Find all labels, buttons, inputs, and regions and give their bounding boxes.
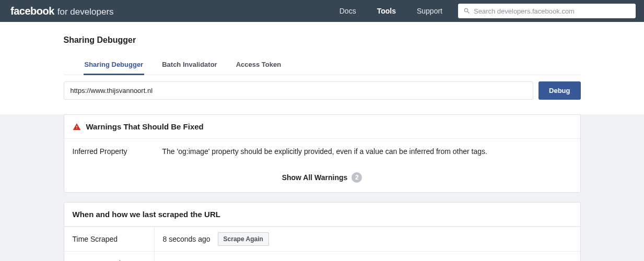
search-icon [463, 7, 471, 15]
scrape-again-button[interactable]: Scrape Again [218, 232, 269, 246]
nav-tools[interactable]: Tools [377, 7, 396, 15]
show-all-warnings[interactable]: Show All Warnings 2 [64, 164, 580, 192]
results-area: Warnings That Should Be Fixed Inferred P… [0, 114, 644, 261]
search-input[interactable] [458, 4, 636, 18]
response-code-label: Response Code [64, 252, 154, 261]
warning-row-value: The 'og:image' property should be explic… [162, 147, 572, 156]
nav-links: Docs Tools Support [339, 7, 442, 15]
url-row: Debug [64, 81, 581, 100]
time-scraped-row: Time Scraped 8 seconds ago Scrape Again [64, 227, 580, 251]
url-input[interactable] [64, 81, 534, 100]
warning-row: Inferred Property The 'og:image' propert… [64, 139, 580, 164]
warnings-header: Warnings That Should Be Fixed [64, 115, 580, 139]
tab-sharing-debugger[interactable]: Sharing Debugger [85, 55, 144, 75]
tabs: Sharing Debugger Batch Invalidator Acces… [64, 55, 581, 75]
warning-row-label: Inferred Property [73, 147, 162, 156]
page-container: Sharing Debugger Sharing Debugger Batch … [64, 22, 581, 100]
brand-logo-text: facebook [10, 5, 54, 17]
time-scraped-value: 8 seconds ago [163, 235, 210, 243]
brand-subtitle: for developers [57, 7, 114, 17]
time-scraped-label: Time Scraped [64, 228, 154, 251]
scrape-card: When and how we last scraped the URL Tim… [64, 202, 581, 261]
scrape-header: When and how we last scraped the URL [64, 203, 580, 227]
tab-batch-invalidator[interactable]: Batch Invalidator [162, 55, 217, 75]
tab-access-token[interactable]: Access Token [236, 55, 281, 75]
nav-docs[interactable]: Docs [339, 7, 356, 15]
debug-button[interactable]: Debug [538, 81, 580, 100]
search-wrap [458, 4, 636, 18]
top-navbar: facebook for developers Docs Tools Suppo… [0, 0, 644, 22]
brand[interactable]: facebook for developers [10, 5, 114, 17]
response-code-row: Response Code 206 [64, 251, 580, 261]
warning-icon [73, 123, 81, 131]
warnings-count-badge: 2 [352, 172, 362, 183]
show-all-warnings-label: Show All Warnings [282, 173, 348, 182]
warnings-card: Warnings That Should Be Fixed Inferred P… [64, 114, 581, 193]
page-title: Sharing Debugger [64, 35, 581, 45]
warnings-header-text: Warnings That Should Be Fixed [86, 122, 204, 131]
nav-support[interactable]: Support [417, 7, 442, 15]
